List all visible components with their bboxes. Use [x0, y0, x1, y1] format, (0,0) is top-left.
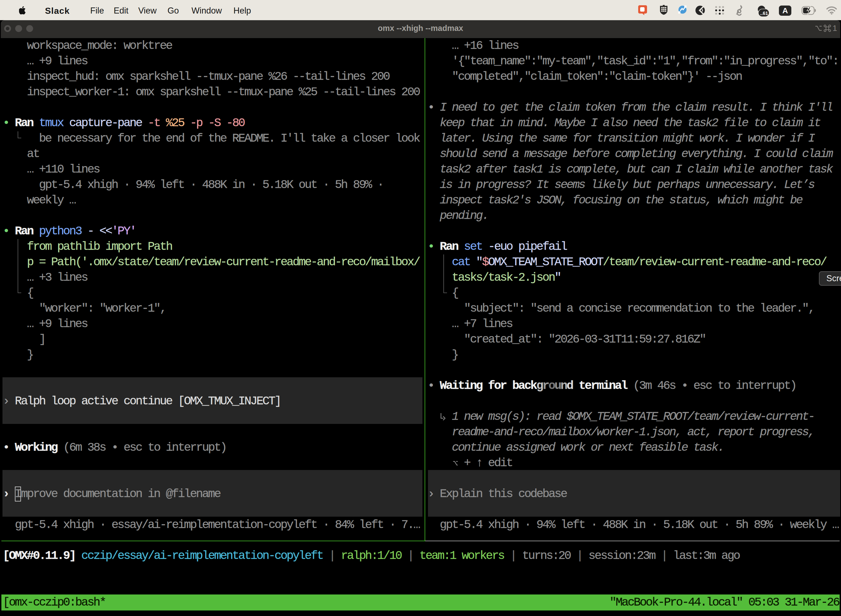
svg-text:..61: ..61 — [760, 11, 768, 16]
